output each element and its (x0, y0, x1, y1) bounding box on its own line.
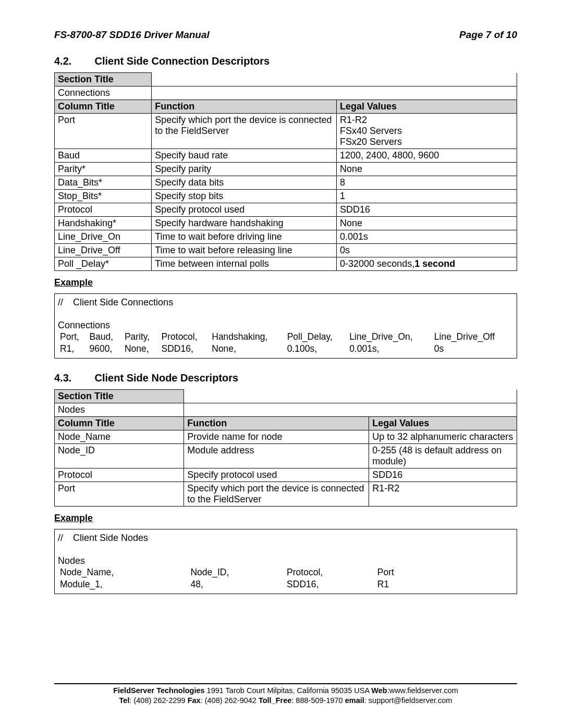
cell-legal-values: None (337, 217, 517, 230)
blank-cell (369, 390, 517, 403)
cell-legal-values: SDD16 (337, 203, 517, 217)
heading-4-3: 4.3. Client Side Node Descriptors (54, 372, 517, 384)
cell-column: Node_Name (55, 430, 184, 444)
blank-cell (184, 403, 369, 417)
table-row: Line_Drive_OffTime to wait before releas… (55, 244, 517, 257)
cell-column: Node_ID (55, 444, 184, 468)
example-label-4-2: Example (54, 277, 517, 288)
section-number: 4.2. (54, 55, 92, 67)
cell-column: Stop_Bits* (55, 190, 152, 203)
cell-function: Provide name for node (184, 430, 369, 444)
table-row: PortSpecify which port the device is con… (55, 482, 517, 507)
example-cell: Port, (58, 331, 87, 343)
blank-cell (369, 403, 517, 417)
cell-function: Specify which port the device is connect… (152, 114, 337, 149)
footer-line-2: Tel: (408) 262-2299 Fax: (408) 262-9042 … (54, 696, 517, 706)
example-cell: Baud, (87, 331, 122, 343)
footer-toll-label: Toll_Free (259, 696, 291, 705)
table-row: Data_Bits*Specify data bits8 (55, 176, 517, 190)
footer-toll-value: : 888-509-1970 (291, 696, 345, 705)
heading-4-2: 4.2. Client Side Connection Descriptors (54, 55, 517, 67)
example-comment: // Client Side Nodes (58, 533, 513, 544)
example-comment-text: Client Side Connections (73, 297, 173, 307)
cell-column: Protocol (55, 468, 184, 482)
blank-cell (337, 87, 517, 100)
section-number: 4.3. (54, 372, 92, 384)
cell-function: Specify data bits (152, 176, 337, 190)
example-cell: Protocol, (160, 331, 210, 343)
example-cell: Module_1, (58, 578, 188, 590)
cell-function: Time between internal polls (152, 257, 337, 271)
example-comment: // Client Side Connections (58, 297, 513, 308)
cell-legal-values: 0s (337, 244, 517, 257)
example-cell: Handshaking, (210, 331, 285, 343)
footer-line-1: FieldServer Technologies 1991 Tarob Cour… (54, 686, 517, 696)
page-header: FS-8700-87 SDD16 Driver Manual Page 7 of… (54, 29, 517, 41)
footer-fax-label: Fax (188, 696, 201, 705)
example-cell: 9600, (87, 343, 122, 355)
col-header-values: Legal Values (369, 417, 517, 430)
cell-column: Handshaking* (55, 217, 152, 230)
footer-web-label: Web (371, 686, 387, 695)
section-title-header: Section Title (55, 390, 184, 403)
table-row: Parity*Specify parityNone (55, 163, 517, 176)
table-row: Handshaking*Specify hardware handshaking… (55, 217, 517, 230)
col-header-column: Column Title (55, 417, 184, 430)
page-footer: FieldServer Technologies 1991 Tarob Cour… (54, 683, 517, 706)
blank-cell (184, 390, 369, 403)
example-section-name: Connections (58, 320, 513, 331)
footer-email-label: email (345, 696, 364, 705)
example-cell: Line_Drive_Off (432, 331, 513, 343)
example-label-4-3: Example (54, 513, 517, 524)
footer-fax-value: : (408) 262-9042 (201, 696, 259, 705)
example-cell: None, (123, 343, 160, 355)
cell-column: Port (55, 114, 152, 149)
example-cell: SDD16, (285, 578, 375, 590)
col-header-function: Function (152, 100, 337, 114)
blank-cell (152, 87, 337, 100)
example-table-4-2: Port,Baud,Parity,Protocol,Handshaking,Po… (58, 331, 513, 355)
table-node-descriptors: Section Title Nodes Column Title Functio… (54, 389, 517, 507)
cell-function: Specify baud rate (152, 149, 337, 163)
footer-tel-value: : (408) 262-2299 (129, 696, 187, 705)
example-cell: Poll_Delay, (285, 331, 348, 343)
cell-legal-values: R1-R2 (369, 482, 517, 507)
cell-function: Time to wait before releasing line (152, 244, 337, 257)
cell-function: Specify hardware handshaking (152, 217, 337, 230)
example-cell: Parity, (123, 331, 160, 343)
footer-company: FieldServer Technologies (113, 686, 206, 695)
example-cell: 0s (432, 343, 513, 355)
table-row: ProtocolSpecify protocol usedSDD16 (55, 203, 517, 217)
cell-column: Line_Drive_On (55, 230, 152, 244)
example-cell: Node_ID, (188, 566, 285, 578)
table-connection-descriptors: Section Title Connections Column Title F… (54, 72, 517, 271)
cell-function: Specify parity (152, 163, 337, 176)
example-table-4-3: Node_Name,Node_ID,Protocol,Port Module_1… (58, 566, 422, 590)
section-title: Client Side Connection Descriptors (95, 55, 270, 67)
cell-legal-values: R1-R2FSx40 ServersFSx20 Servers (337, 114, 517, 149)
example-comment-text: Client Side Nodes (73, 533, 148, 543)
cell-legal-values: 0.001s (337, 230, 517, 244)
col-header-values: Legal Values (337, 100, 517, 114)
col-header-column: Column Title (55, 100, 152, 114)
cell-legal-values: 8 (337, 176, 517, 190)
comment-slashes: // (58, 533, 70, 544)
example-cell: SDD16, (160, 343, 210, 355)
cell-function: Module address (184, 444, 369, 468)
example-box-4-2: // Client Side Connections Connections P… (54, 293, 517, 359)
example-cell: None, (210, 343, 285, 355)
blank-cell (337, 73, 517, 87)
table-row: Stop_Bits*Specify stop bits1 (55, 190, 517, 203)
section-title-header: Section Title (55, 73, 152, 87)
table-row: BaudSpecify baud rate1200, 2400, 4800, 9… (55, 149, 517, 163)
table-row: PortSpecify which port the device is con… (55, 114, 517, 149)
example-box-4-3: // Client Side Nodes Nodes Node_Name,Nod… (54, 529, 517, 594)
cell-function: Specify protocol used (152, 203, 337, 217)
col-header-function: Function (184, 417, 369, 430)
cell-legal-values: 1200, 2400, 4800, 9600 (337, 149, 517, 163)
page-number: Page 7 of 10 (459, 29, 517, 41)
blank-cell (152, 73, 337, 87)
cell-legal-values: 0-255 (48 is default address on module) (369, 444, 517, 468)
cell-legal-values: 1 (337, 190, 517, 203)
footer-address: 1991 Tarob Court Milpitas, California 95… (207, 686, 372, 695)
